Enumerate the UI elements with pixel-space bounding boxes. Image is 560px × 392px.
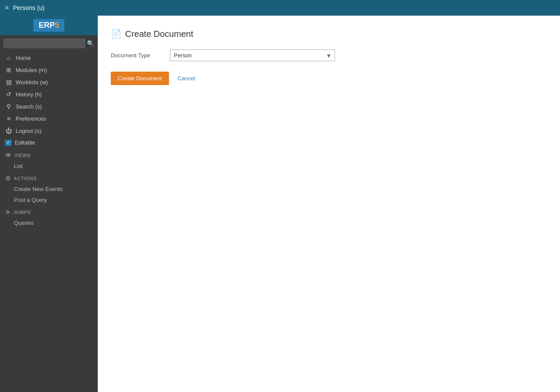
home-icon: ⌂ <box>5 54 12 61</box>
sidebar-item-preferences[interactable]: ≡ Preferences <box>0 112 98 125</box>
close-tab-icon[interactable]: ✕ <box>4 4 10 11</box>
sidebar-editable-toggle[interactable]: ✓ Editable <box>0 137 98 148</box>
search-icon[interactable]: 🔍 <box>87 40 94 47</box>
create-new-events-label: Create New Events <box>14 186 63 192</box>
document-type-select[interactable]: Person Organisation Company <box>170 49 335 61</box>
document-icon: 📄 <box>111 29 122 39</box>
sidebar-item-history-label: History (h) <box>16 91 42 98</box>
sidebar-item-queries[interactable]: Queries <box>0 217 98 228</box>
sidebar-item-worklists-label: Worklists (w) <box>16 79 48 86</box>
sidebar-item-modules-label: Modules (m) <box>16 67 47 73</box>
actions-header-label: ACTIONS <box>14 176 37 181</box>
main-layout: ERP5 🔍 ⌂ Home ⊞ Modules (m) ▤ Worklists … <box>0 16 560 392</box>
create-document-button[interactable]: Create Document <box>111 72 169 85</box>
list-label: List <box>14 163 23 169</box>
page-title-row: 📄 Create Document <box>111 29 547 39</box>
search-bar-container: 🔍 <box>0 35 98 52</box>
actions-icon: ⚙ <box>5 175 11 182</box>
sidebar-item-list[interactable]: List <box>0 161 98 171</box>
search-input[interactable] <box>3 39 85 48</box>
action-row: Create Document Cancel <box>111 72 547 85</box>
tab-title: Persons (u) <box>13 4 44 11</box>
sidebar-item-history[interactable]: ↺ History (h) <box>0 88 98 100</box>
logout-icon: ⏻ <box>5 127 12 134</box>
views-section-header: 👁 VIEWS <box>0 148 98 161</box>
sidebar-item-logout[interactable]: ⏻ Logout (o) <box>0 125 98 137</box>
sidebar-item-home[interactable]: ⌂ Home <box>0 52 98 64</box>
sidebar-item-search[interactable]: ⚲ Search (s) <box>0 100 98 112</box>
sidebar-item-home-label: Home <box>16 55 31 61</box>
document-type-label: Document Type <box>111 52 163 59</box>
cancel-button[interactable]: Cancel <box>176 73 197 83</box>
views-header-label: VIEWS <box>14 153 31 158</box>
sidebar-item-modules[interactable]: ⊞ Modules (m) <box>0 64 98 76</box>
sidebar-item-create-new-events[interactable]: Create New Events <box>0 184 98 194</box>
logo-erp-text: ERP <box>39 21 55 30</box>
search-nav-icon: ⚲ <box>5 103 12 110</box>
editable-label: Editable <box>15 139 35 146</box>
sidebar-item-logout-label: Logout (o) <box>16 128 41 134</box>
top-bar: ✕ Persons (u) <box>0 0 560 16</box>
post-a-query-label: Post a Query <box>14 197 47 203</box>
page-title: Create Document <box>125 29 193 39</box>
content-area: 📄 Create Document Document Type Person O… <box>98 16 560 392</box>
modules-icon: ⊞ <box>5 66 12 73</box>
views-icon: 👁 <box>5 152 12 159</box>
sidebar-item-search-label: Search (s) <box>16 103 42 110</box>
jumps-header-label: JUMPS <box>13 210 31 215</box>
preferences-icon: ≡ <box>5 115 12 122</box>
queries-label: Queries <box>14 220 34 226</box>
jumps-section-header: ✈ JUMPS <box>0 205 98 217</box>
actions-section-header: ⚙ ACTIONS <box>0 171 98 184</box>
document-type-select-wrapper: Person Organisation Company ▼ <box>170 49 335 61</box>
sidebar-logo: ERP5 <box>0 16 98 35</box>
sidebar-item-worklists[interactable]: ▤ Worklists (w) <box>0 76 98 88</box>
sidebar-item-preferences-label: Preferences <box>16 115 46 122</box>
editable-checkbox-icon: ✓ <box>5 140 11 146</box>
history-icon: ↺ <box>5 91 12 98</box>
logo-five-text: 5 <box>55 21 59 30</box>
document-type-row: Document Type Person Organisation Compan… <box>111 49 547 61</box>
sidebar-item-post-a-query[interactable]: Post a Query <box>0 194 98 205</box>
jumps-icon: ✈ <box>5 209 11 216</box>
worklists-icon: ▤ <box>5 79 12 86</box>
sidebar: ERP5 🔍 ⌂ Home ⊞ Modules (m) ▤ Worklists … <box>0 16 98 392</box>
erp5-logo: ERP5 <box>33 19 64 32</box>
